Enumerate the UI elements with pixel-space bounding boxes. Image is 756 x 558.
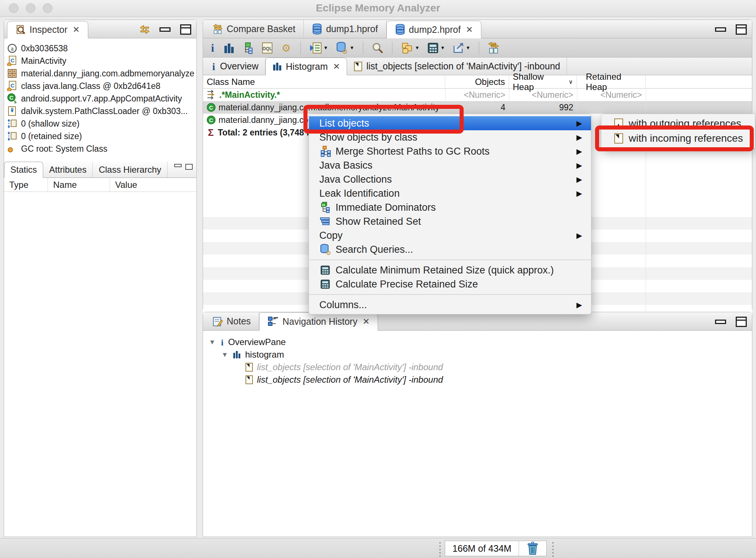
menu-item-columns[interactable]: Columns... ▶	[309, 298, 591, 312]
close-icon[interactable]: ✕	[73, 25, 80, 35]
overview-button[interactable]: i	[208, 41, 217, 55]
tab-compare-basket[interactable]: Compare Basket	[205, 20, 304, 38]
histogram-icon	[233, 350, 241, 359]
tab-dump2[interactable]: dump2.hprof ✕	[386, 21, 482, 38]
run-garbage-collector-button[interactable]	[519, 541, 546, 556]
list-item[interactable]: GC root: System Class	[7, 142, 196, 155]
menu-item-label: Calculate Precise Retained Size	[336, 279, 478, 290]
menu-item-calc-precise-retained[interactable]: Calculate Precise Retained Size	[309, 277, 591, 291]
tree-item[interactable]: list_objects [selection of 'MainActivity…	[208, 373, 752, 386]
inspector-object-list: a 0xb3036538 C MainActivity material.dan…	[4, 38, 196, 156]
menu-item-calc-min-retained[interactable]: Calculate Minimum Retained Size (quick a…	[309, 263, 591, 277]
filter-row[interactable]: .*MainActivity.* <Numeric> <Numeric> <Nu…	[203, 89, 752, 101]
expand-arrow-icon[interactable]: ▼	[221, 351, 229, 359]
link-with-snapshot-icon[interactable]	[140, 24, 150, 35]
tab-statics[interactable]: Statics	[4, 162, 43, 178]
inspector-tabbar: Inspector ✕	[4, 20, 196, 38]
list-item[interactable]: dalvik.system.PathClassLoader @ 0xb303..…	[7, 105, 196, 117]
menu-item-immediate-dominators[interactable]: Immediate Dominators	[309, 200, 591, 214]
size-icon	[7, 118, 17, 129]
close-icon[interactable]: ✕	[333, 62, 340, 72]
navigation-history-tree: ▼ i OverviewPane ▼ histogram list_object…	[203, 331, 752, 386]
list-item[interactable]: material.danny_jiang.com.adbmemoryanalyz…	[7, 67, 196, 80]
column-type[interactable]: Type	[4, 178, 48, 192]
list-item-label: 0xb3036538	[21, 44, 68, 54]
tree-item[interactable]: ▼ histogram	[208, 348, 752, 361]
tab-inspector[interactable]: Inspector ✕	[7, 21, 88, 38]
svg-text:OQL: OQL	[262, 46, 272, 51]
drag-handle[interactable]	[552, 542, 554, 557]
column-name[interactable]: Name	[48, 178, 110, 192]
minimize-view-icon[interactable]	[159, 27, 171, 32]
close-icon[interactable]: ✕	[362, 317, 370, 327]
tab-notes[interactable]: Notes	[205, 312, 259, 330]
list-item[interactable]: a 0xb3036538	[7, 42, 196, 55]
notes-icon	[213, 316, 223, 327]
menu-item-java-basics[interactable]: Java Basics ▶	[309, 158, 591, 172]
expand-arrow-icon[interactable]: ▼	[208, 338, 216, 346]
dropdown-arrow-icon: ▼	[440, 45, 445, 51]
svg-text:s: s	[14, 99, 16, 104]
column-shallow-heap[interactable]: Shallow Heap∨	[509, 75, 577, 88]
restore-section-icon[interactable]	[185, 164, 193, 170]
menu-item-show-retained-set[interactable]: Show Retained Set	[309, 214, 591, 228]
dropdown-arrow-icon: ▼	[466, 45, 471, 51]
menu-item-leak-identification[interactable]: Leak Identification ▶	[309, 186, 591, 200]
annotation-box-list-objects	[303, 105, 464, 134]
report-icon	[354, 61, 362, 72]
column-value[interactable]: Value	[110, 178, 196, 192]
thread-overview-button[interactable]: ⚙	[279, 41, 293, 55]
menu-item-merge-shortest-paths[interactable]: Merge Shortest Paths to GC Roots ▶	[309, 144, 591, 158]
run-expert-test-button[interactable]: ▼	[308, 41, 329, 55]
drag-handle[interactable]	[439, 542, 441, 557]
tab-dump1[interactable]: dump1.hprof	[304, 20, 386, 38]
compare-to-snapshot-button[interactable]	[487, 41, 501, 55]
minimize-view-icon[interactable]	[715, 320, 726, 324]
tree-item[interactable]: ▼ i OverviewPane	[208, 336, 752, 348]
histogram-icon	[272, 62, 282, 71]
export-button[interactable]: ▼	[451, 41, 472, 55]
maximize-view-icon[interactable]	[736, 24, 747, 35]
oql-button[interactable]: OQL	[261, 41, 274, 55]
group-by-button[interactable]: ▼	[400, 41, 421, 55]
close-icon[interactable]: ✕	[466, 25, 473, 35]
menu-item-java-collections[interactable]: Java Collections ▶	[309, 172, 591, 186]
info-icon: i	[211, 61, 216, 72]
tab-attributes[interactable]: Attributes	[43, 162, 93, 178]
filter-pattern[interactable]: .*MainActivity.*	[219, 90, 280, 100]
list-item[interactable]: Cs android.support.v7.app.AppCompatActiv…	[7, 92, 196, 105]
heap-dump-icon	[312, 24, 322, 34]
list-item-label: material.danny_jiang.com.adbmemoryanalyz…	[21, 69, 194, 79]
calculator-button[interactable]: ▼	[426, 41, 446, 55]
package-icon	[7, 68, 17, 79]
tab-navigation-history[interactable]: Navigation History ✕	[259, 312, 378, 331]
list-item[interactable]: 0 (retained size)	[7, 130, 196, 142]
maximize-view-icon[interactable]	[180, 24, 191, 35]
tab-overview[interactable]: i Overview	[205, 58, 265, 75]
dominator-tree-button[interactable]	[241, 41, 255, 55]
minimize-view-icon[interactable]	[715, 27, 726, 32]
table-row[interactable]: C material.danny_jiang.com.adbmemoryanal…	[203, 101, 752, 114]
size-icon	[7, 131, 17, 141]
maximize-view-icon[interactable]	[736, 317, 747, 327]
tab-histogram[interactable]: Histogram ✕	[265, 58, 347, 75]
submenu-arrow-icon: ▶	[577, 119, 582, 128]
menu-item-copy[interactable]: Copy ▶	[309, 228, 591, 242]
tab-label: Overview	[220, 61, 258, 72]
submenu-arrow-icon: ▶	[577, 175, 582, 184]
column-class-name[interactable]: Class Name	[203, 75, 445, 88]
column-retained-heap[interactable]: Retained Heap	[577, 75, 646, 88]
list-item[interactable]: 0 (shallow size)	[7, 117, 196, 130]
minimize-section-icon[interactable]	[174, 164, 182, 167]
tree-item-label: histogram	[245, 349, 284, 360]
list-item[interactable]: C class java.lang.Class @ 0xb2d641e8	[7, 80, 196, 92]
column-objects[interactable]: Objects	[445, 75, 509, 88]
menu-item-search-queries[interactable]: ⚙ Search Queries...	[309, 242, 591, 256]
tree-item[interactable]: list_objects [selection of 'MainActivity…	[208, 361, 752, 373]
tab-class-hierarchy[interactable]: Class Hierarchy	[93, 162, 167, 178]
list-item[interactable]: C MainActivity	[7, 55, 196, 67]
menu-item-label: Columns...	[319, 299, 367, 311]
query-browser-button[interactable]: ⚙▼	[334, 41, 355, 55]
search-button[interactable]	[371, 41, 385, 55]
histogram-button[interactable]	[222, 41, 236, 55]
